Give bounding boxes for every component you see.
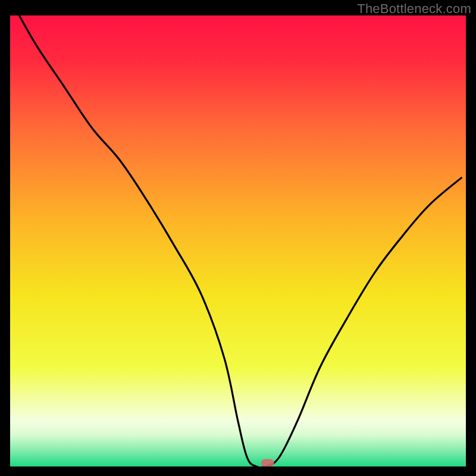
plot-area [10,15,466,466]
chart-stage: TheBottleneck.com [0,0,476,476]
watermark-text: TheBottleneck.com [357,1,471,17]
optimal-marker-icon [10,15,466,466]
svg-rect-1 [261,459,274,467]
